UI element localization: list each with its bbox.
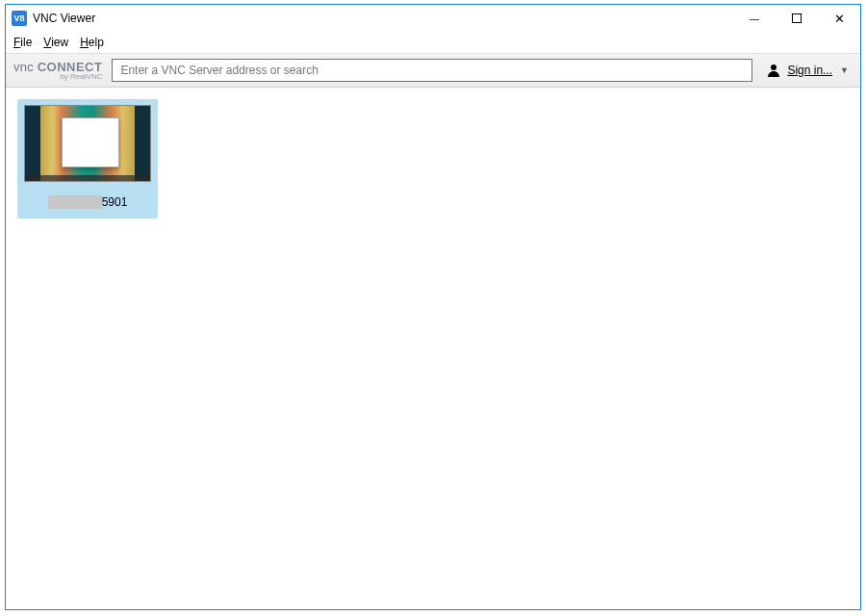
svg-rect-0: [793, 14, 802, 23]
address-input[interactable]: [112, 59, 752, 82]
connection-label: 5901: [48, 195, 128, 209]
window-controls: — ✕: [733, 5, 860, 32]
window-title: VNC Viewer: [33, 12, 733, 25]
connection-port: 5901: [102, 195, 128, 209]
toolbar: vnc CONNECT by RealVNC Sign in... ▼: [6, 53, 860, 88]
chevron-down-icon: ▼: [840, 65, 849, 75]
signin-label: Sign in...: [787, 64, 832, 77]
menubar: File View Help: [6, 32, 860, 53]
connection-tile[interactable]: 5901: [17, 99, 158, 218]
redacted-host: [48, 195, 102, 209]
user-icon: [766, 63, 781, 78]
connections-panel: 5901: [6, 88, 860, 609]
menu-view[interactable]: View: [43, 36, 68, 49]
svg-point-1: [771, 64, 777, 70]
maximize-icon: [792, 13, 802, 23]
connection-thumbnail: [24, 105, 151, 182]
close-button[interactable]: ✕: [818, 5, 860, 32]
signin-button[interactable]: Sign in... ▼: [762, 63, 853, 78]
application-window: V8 VNC Viewer — ✕ File View Help vnc CON…: [5, 4, 861, 610]
brand-subtext: by RealVNC: [13, 73, 102, 81]
brand-logo: vnc CONNECT by RealVNC: [13, 61, 102, 81]
app-icon: V8: [12, 11, 27, 26]
maximize-button[interactable]: [776, 5, 818, 32]
minimize-button[interactable]: —: [733, 5, 776, 32]
brand-text-vnc: vnc: [13, 60, 38, 74]
menu-help[interactable]: Help: [80, 36, 104, 49]
menu-file[interactable]: File: [13, 36, 32, 49]
titlebar[interactable]: V8 VNC Viewer — ✕: [6, 5, 860, 32]
